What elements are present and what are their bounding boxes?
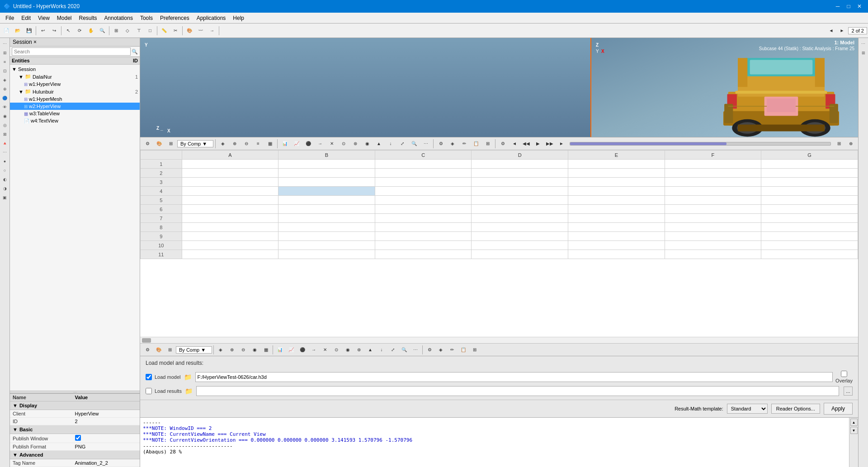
spr-tb-9[interactable]: ◉ [362, 138, 373, 149]
menu-model[interactable]: Model [53, 13, 75, 23]
minimize-button[interactable]: ─ [833, 1, 843, 11]
spr-tb-color[interactable]: 🎨 [154, 138, 165, 149]
spr-tb-next[interactable]: ► [556, 138, 567, 149]
spr-tb-18[interactable]: 📋 [471, 138, 481, 149]
h-scroll-thumb[interactable] [142, 338, 151, 343]
bt-13[interactable]: ◉ [342, 344, 353, 355]
cell-A4[interactable] [182, 187, 278, 196]
cell-G10[interactable] [761, 241, 858, 250]
spr-tb-12[interactable]: ⤢ [397, 138, 408, 149]
tb-zoom[interactable]: 🔍 [97, 25, 108, 36]
cell-B3[interactable] [278, 178, 375, 187]
tb-new[interactable]: 📄 [1, 25, 12, 36]
tb-undo[interactable]: ↩ [38, 25, 48, 36]
cell-A9[interactable] [182, 232, 278, 241]
right-strip-btn-1[interactable]: ⋯ [859, 40, 868, 48]
spr-tb-bar[interactable]: 📊 [279, 138, 290, 149]
bt-10[interactable]: → [308, 344, 319, 355]
cell-B5[interactable] [278, 196, 375, 205]
bt-14[interactable]: ⊛ [354, 344, 364, 355]
tb-fit[interactable]: ⊞ [111, 25, 122, 36]
tb-top[interactable]: ⊤ [133, 25, 144, 36]
strip-btn-15[interactable]: ○ [1, 166, 9, 175]
cell-B10[interactable] [278, 241, 375, 250]
search-icon[interactable]: 🔍 [132, 49, 138, 55]
load-results-folder-btn[interactable]: 📁 [184, 387, 193, 396]
props-section-basic[interactable]: ▼ Basic [10, 425, 140, 434]
menu-preferences[interactable]: Preferences [156, 13, 193, 23]
cell-A3[interactable] [182, 178, 278, 187]
spr-tb-back[interactable]: ◀◀ [521, 138, 532, 149]
bt-9[interactable]: ⚫ [297, 344, 308, 355]
cell-C1[interactable] [375, 160, 472, 169]
spr-tb-3[interactable]: ⊖ [241, 138, 252, 149]
cell-G5[interactable] [761, 196, 858, 205]
by-comp-selector[interactable]: By Comp ▼ [177, 140, 213, 147]
tree-session[interactable]: ▼ Session [10, 66, 140, 73]
strip-btn-16[interactable]: ◐ [1, 175, 9, 184]
tb-front[interactable]: □ [145, 25, 156, 36]
tb-deform[interactable]: 〰 [195, 25, 206, 36]
cell-E11[interactable] [568, 250, 665, 259]
spr-cube[interactable]: ◈ [217, 138, 228, 149]
tree-w4-textview[interactable]: 📄 w4:TextView [10, 117, 140, 124]
spr-tb-11[interactable]: ↓ [385, 138, 396, 149]
strip-btn-11[interactable]: ⊠ [1, 130, 9, 138]
spr-tb-19[interactable]: ⊞ [482, 138, 493, 149]
cell-E7[interactable] [568, 214, 665, 223]
load-model-checkbox[interactable] [146, 374, 152, 380]
menu-tools[interactable]: Tools [137, 13, 156, 23]
cell-C6[interactable] [375, 205, 472, 214]
console-side-btn-1[interactable]: ▲ [850, 419, 858, 426]
bt-5[interactable]: ◉ [249, 344, 260, 355]
strip-btn-8[interactable]: 👁 [1, 103, 9, 111]
cell-E2[interactable] [568, 169, 665, 178]
spr-tb-5[interactable]: ▦ [264, 138, 275, 149]
cell-B6[interactable] [278, 205, 375, 214]
tb-rotate[interactable]: ⟳ [74, 25, 85, 36]
menu-file[interactable]: File [2, 13, 18, 23]
cell-D11[interactable] [472, 250, 568, 259]
cell-D4[interactable] [472, 187, 568, 196]
spr-tb-6[interactable]: ✕ [326, 138, 337, 149]
bt-19[interactable]: ⋯ [410, 344, 421, 355]
strip-btn-17[interactable]: ◑ [1, 184, 9, 193]
spr-tb-8[interactable]: ⊛ [350, 138, 361, 149]
cell-A11[interactable] [182, 250, 278, 259]
strip-btn-6[interactable]: ⊕ [1, 85, 9, 93]
cell-G4[interactable] [761, 187, 858, 196]
cell-E8[interactable] [568, 223, 665, 232]
tb-pan[interactable]: ✋ [85, 25, 96, 36]
strip-btn-2[interactable]: ⊞ [1, 49, 9, 57]
spr-tb-13[interactable]: 🔍 [409, 138, 420, 149]
tree-hulunbuir[interactable]: ▼ 📁 Hulunbuir 2 [10, 88, 140, 95]
cell-C3[interactable] [375, 178, 472, 187]
tb-vector[interactable]: → [207, 25, 217, 36]
strip-btn-3[interactable]: ≡ [1, 58, 9, 66]
view-left[interactable]: Y Z _ X [140, 38, 591, 137]
strip-btn-5[interactable]: ◈ [1, 76, 9, 84]
spr-tb-16[interactable]: ◈ [447, 138, 458, 149]
spr-tb-play[interactable]: ▶ [533, 138, 543, 149]
strip-btn-13[interactable]: ⋯ [1, 148, 9, 156]
cell-E3[interactable] [568, 178, 665, 187]
cell-G9[interactable] [761, 232, 858, 241]
menu-view[interactable]: View [34, 13, 53, 23]
spr-tb-fwd[interactable]: ▶▶ [544, 138, 555, 149]
props-pw-value[interactable] [75, 435, 137, 442]
spr-tb-prev[interactable]: ◄ [509, 138, 520, 149]
spr-tb-grid2[interactable]: ⊞ [834, 138, 844, 149]
spr-tb-17[interactable]: ✏ [459, 138, 470, 149]
spr-tb-7[interactable]: ⊙ [338, 138, 349, 149]
cell-B9[interactable] [278, 232, 375, 241]
cell-C2[interactable] [375, 169, 472, 178]
overlay-checkbox[interactable] [841, 371, 847, 377]
cell-B2[interactable] [278, 169, 375, 178]
tree-w3-tableview[interactable]: ▦ w3:TableView [10, 110, 140, 117]
cell-E4[interactable] [568, 187, 665, 196]
tree-w1-hyperview[interactable]: ⊞ w1:HyperView [10, 80, 140, 88]
tree-w2-hyperview[interactable]: ⊞ w2:HyperView [10, 103, 140, 110]
strip-btn-1[interactable]: ⋯ [1, 40, 9, 48]
apply-button[interactable]: Apply [824, 403, 853, 415]
spr-tb-line[interactable]: 📈 [291, 138, 302, 149]
